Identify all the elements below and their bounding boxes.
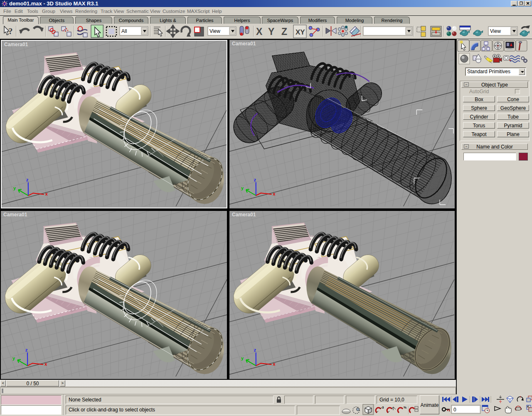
svg-text:XY: XY: [296, 28, 305, 36]
svg-text:?: ?: [8, 26, 13, 36]
svg-text:%: %: [404, 406, 406, 409]
svg-text:3: 3: [382, 406, 384, 409]
svg-text:View: View: [490, 28, 501, 34]
svg-text:0: 0: [453, 407, 456, 413]
svg-text:X: X: [256, 26, 263, 37]
svg-text:View: View: [209, 28, 220, 34]
svg-text:Y: Y: [268, 26, 274, 37]
svg-text:All: All: [121, 28, 127, 34]
svg-text:Z: Z: [281, 26, 287, 37]
